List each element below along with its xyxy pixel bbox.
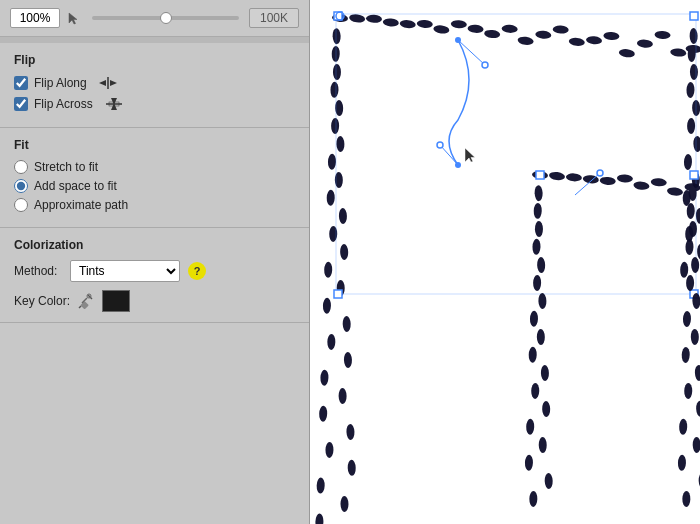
info-icon[interactable]: ? (188, 262, 206, 280)
fit-section: Fit Stretch to fit Add space to fit Appr… (0, 128, 309, 228)
method-label: Method: (14, 264, 62, 278)
flip-across-checkbox[interactable] (14, 97, 28, 111)
svg-rect-131 (690, 171, 698, 179)
flip-across-label[interactable]: Flip Across (14, 97, 93, 111)
svg-line-10 (79, 306, 81, 308)
stretch-radio-label[interactable]: Stretch to fit (14, 160, 295, 174)
percent-input[interactable] (10, 8, 60, 28)
flip-across-text: Flip Across (34, 97, 93, 111)
svg-point-140 (597, 170, 603, 176)
svg-rect-81 (334, 290, 342, 298)
flip-across-icon (103, 96, 125, 112)
key-color-label: Key Color: (14, 294, 70, 308)
method-row: Method: None Tints Tints and Shades Hue … (14, 260, 295, 282)
colorization-section: Colorization Method: None Tints Tints an… (0, 228, 309, 323)
flip-along-row: Flip Along (14, 75, 295, 91)
add-space-label-text: Add space to fit (34, 179, 117, 193)
approx-label-text: Approximate path (34, 198, 128, 212)
svg-rect-130 (536, 171, 544, 179)
svg-point-135 (482, 62, 488, 68)
approx-radio-label[interactable]: Approximate path (14, 198, 295, 212)
eyedropper-icon[interactable] (78, 293, 94, 309)
flip-title: Flip (14, 53, 295, 67)
approx-radio[interactable] (14, 198, 28, 212)
flip-across-row: Flip Across (14, 96, 295, 112)
slider-value: 100K (249, 8, 299, 28)
colorization-title: Colorization (14, 238, 295, 252)
key-color-swatch[interactable] (102, 290, 130, 312)
add-space-radio-label[interactable]: Add space to fit (14, 179, 295, 193)
svg-marker-0 (69, 13, 77, 24)
slider-thumb[interactable] (160, 12, 172, 24)
left-panel: 100K Flip Flip Along Flip Across (0, 0, 310, 524)
svg-rect-13 (310, 0, 700, 524)
flip-along-text: Flip Along (34, 76, 87, 90)
slider-track (92, 16, 239, 20)
flip-along-checkbox[interactable] (14, 76, 28, 90)
fit-title: Fit (14, 138, 295, 152)
method-select[interactable]: None Tints Tints and Shades Hue Shift (70, 260, 180, 282)
flip-along-icon (97, 75, 119, 91)
right-canvas (310, 0, 700, 524)
svg-point-137 (437, 142, 443, 148)
flip-section: Flip Flip Along Flip Across (0, 43, 309, 128)
svg-marker-3 (99, 80, 106, 86)
cursor-icon (66, 10, 82, 26)
svg-rect-9 (80, 301, 88, 309)
key-color-row: Key Color: (14, 290, 295, 312)
stretch-radio[interactable] (14, 160, 28, 174)
top-bar: 100K (0, 0, 309, 37)
flip-along-label[interactable]: Flip Along (14, 76, 87, 90)
canvas-svg (310, 0, 700, 524)
add-space-radio[interactable] (14, 179, 28, 193)
svg-rect-80 (690, 12, 698, 20)
stretch-label-text: Stretch to fit (34, 160, 98, 174)
svg-marker-2 (110, 80, 117, 86)
